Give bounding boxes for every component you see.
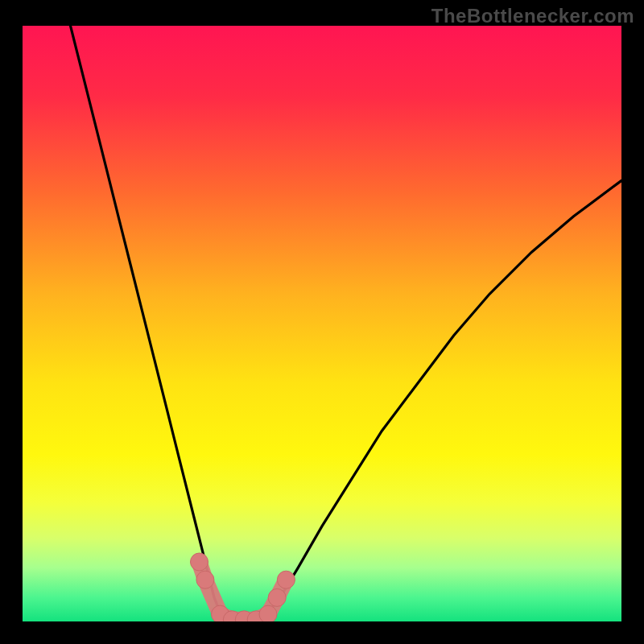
marker-dot — [259, 605, 277, 621]
watermark-text: TheBottlenecker.com — [431, 5, 634, 27]
plot-area — [23, 26, 621, 621]
marker-dot — [277, 571, 295, 588]
chart-frame: TheBottlenecker.com — [0, 0, 644, 644]
marker-dot — [191, 553, 208, 571]
gradient-background — [23, 26, 621, 621]
marker-dot — [196, 571, 214, 588]
marker-dot — [268, 588, 286, 606]
chart-svg — [23, 26, 621, 621]
